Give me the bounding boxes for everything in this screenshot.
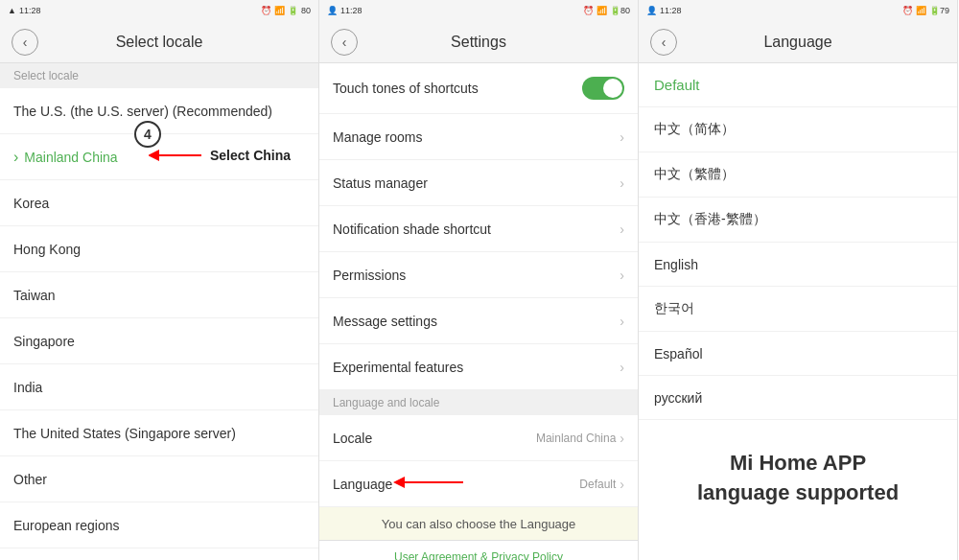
back-icon-3: ‹ (662, 35, 667, 50)
list-item-taiwan[interactable]: Taiwan (0, 272, 318, 318)
settings-list: Touch tones of shortcuts Manage rooms › … (319, 63, 638, 560)
bottom-text-line1: Mi Home APP (654, 449, 942, 478)
back-icon-2: ‹ (342, 35, 347, 50)
list-item-korea[interactable]: Korea (0, 180, 318, 226)
lang-item-zh-hk[interactable]: 中文（香港-繁體） (639, 198, 957, 243)
settings-permissions[interactable]: Permissions › (319, 252, 638, 298)
settings-experimental[interactable]: Experimental features › (319, 344, 638, 390)
settings-touch-tones[interactable]: Touch tones of shortcuts (319, 63, 638, 114)
check-icon: › (13, 149, 18, 166)
language-panel: 👤 11:28 ⏰ 📶 🔋79 ‹ Language Default 中文（简体… (639, 0, 958, 560)
alarm3-icon: ⏰ (902, 6, 913, 15)
settings-message[interactable]: Message settings › (319, 298, 638, 344)
user3-icon: 👤 (646, 6, 657, 15)
settings-panel: 👤 11:28 ⏰ 📶 🔋80 ‹ Settings Touch tones o… (319, 0, 639, 560)
wifi-icon: 📶 (274, 6, 285, 15)
list-item-mainland-china[interactable]: › Mainland China 4 Select China (0, 134, 318, 180)
user-icon: 👤 (327, 6, 338, 15)
settings-notification-shade[interactable]: Notification shade shortcut › (319, 206, 638, 252)
chevron-permissions: › (620, 268, 624, 283)
chevron-message: › (620, 314, 624, 329)
status2-left: 👤 11:28 (327, 6, 363, 15)
back-button-2[interactable]: ‹ (331, 29, 358, 56)
list-item-us-sg[interactable]: The United States (Singapore server) (0, 410, 318, 456)
status-bar-2: 👤 11:28 ⏰ 📶 🔋80 (319, 0, 638, 21)
wifi2-icon: 📶 (596, 6, 607, 15)
settings-title: Settings (451, 34, 506, 51)
alarm2-icon: ⏰ (583, 6, 594, 15)
time3: 11:28 (660, 6, 682, 15)
status-bar-1: ▲ 11:28 ⏰ 📶 🔋 80 (0, 0, 318, 21)
lang-item-zh-hans[interactable]: 中文（简体） (639, 107, 957, 152)
chevron-status-manager: › (620, 175, 624, 191)
chevron-language: › (620, 477, 624, 492)
chevron-manage-rooms: › (620, 129, 624, 145)
language-header: ‹ Language (639, 21, 957, 63)
settings-footer: User Agreement & Privacy Policy Current … (319, 540, 638, 560)
time2: 11:28 (340, 6, 363, 15)
chevron-notification-shade: › (620, 222, 624, 237)
settings-manage-rooms[interactable]: Manage rooms › (319, 114, 638, 160)
panel1-header: ‹ Select locale (0, 21, 318, 63)
chevron-experimental: › (620, 360, 624, 375)
wifi3-icon: 📶 (916, 6, 926, 15)
status-right-icons: ⏰ 📶 🔋 80 (261, 6, 311, 15)
language-annotation-text: You can also choose the Language (319, 507, 638, 540)
panel1-title: Select locale (116, 34, 203, 51)
status3-left: 👤 11:28 (646, 6, 682, 15)
list-item-other[interactable]: Other (0, 456, 318, 502)
battery-level: 80 (301, 6, 311, 15)
locale-list: The U.S. (the U.S. server) (Recommended)… (0, 88, 318, 560)
list-item-hong-kong[interactable]: Hong Kong (0, 226, 318, 272)
time: 11:28 (19, 6, 41, 15)
settings-locale[interactable]: Locale Mainland China › (319, 415, 638, 461)
lang-locale-section: Language and locale (319, 390, 638, 415)
agreement-link[interactable]: User Agreement & Privacy Policy (329, 550, 628, 560)
battery3-icon: 🔋79 (929, 6, 949, 15)
bottom-text-line2: language supported (654, 478, 942, 508)
status3-right: ⏰ 📶 🔋79 (902, 6, 949, 15)
back-icon-1: ‹ (23, 35, 28, 50)
list-item-us[interactable]: The U.S. (the U.S. server) (Recommended) (0, 88, 318, 134)
select-locale-panel: ▲ 11:28 ⏰ 📶 🔋 80 ‹ Select locale Select … (0, 0, 319, 560)
language-title: Language (763, 34, 831, 51)
lang-item-korean[interactable]: 한국어 (639, 287, 957, 332)
list-item-singapore[interactable]: Singapore (0, 318, 318, 364)
settings-language[interactable]: Language Default › (319, 461, 638, 507)
lang-item-default[interactable]: Default (639, 63, 957, 107)
back-button-3[interactable]: ‹ (650, 29, 677, 56)
settings-status-manager[interactable]: Status manager › (319, 160, 638, 206)
signal-icon: ▲ (8, 6, 16, 15)
battery-icon: 🔋 (288, 6, 298, 15)
alarm-icon: ⏰ (261, 6, 271, 15)
chevron-locale: › (620, 431, 624, 446)
lang-item-spanish[interactable]: Español (639, 332, 957, 376)
list-item-india[interactable]: India (0, 364, 318, 410)
panel1-section-label: Select locale (0, 63, 318, 88)
list-item-european[interactable]: European regions (0, 502, 318, 548)
locale-value: Mainland China › (536, 431, 624, 446)
back-button-1[interactable]: ‹ (12, 29, 38, 56)
language-value: Default › (579, 477, 624, 492)
lang-item-english[interactable]: English (639, 243, 957, 287)
lang-item-russian[interactable]: русский (639, 376, 957, 420)
language-list: Default 中文（简体） 中文（繁體） 中文（香港-繁體） English … (639, 63, 957, 560)
status-bar-3: 👤 11:28 ⏰ 📶 🔋79 (639, 0, 957, 21)
status-left-icons: ▲ 11:28 (8, 6, 40, 15)
touch-tones-toggle[interactable] (582, 77, 624, 100)
status2-right: ⏰ 📶 🔋80 (583, 6, 630, 15)
lang-item-zh-hant[interactable]: 中文（繁體） (639, 152, 957, 198)
settings-header: ‹ Settings (319, 21, 638, 63)
bottom-info: Mi Home APP language supported (639, 420, 957, 524)
battery2-icon: 🔋80 (610, 6, 630, 15)
